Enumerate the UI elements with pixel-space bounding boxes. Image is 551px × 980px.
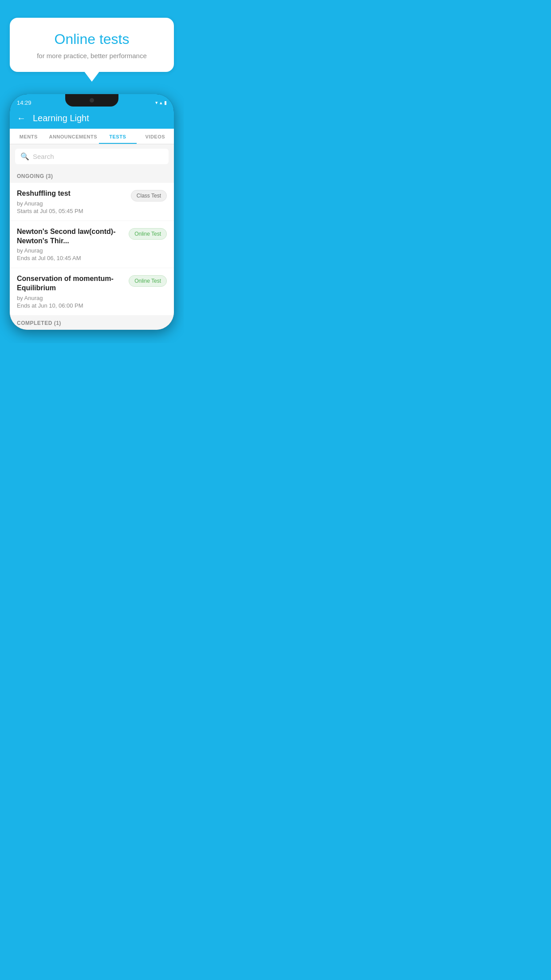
back-button[interactable]: ← bbox=[17, 113, 26, 123]
test-title-conservation: Conservation of momentum-Equilibrium bbox=[17, 274, 124, 293]
test-card-info-newtons: Newton's Second law(contd)-Newton's Thir… bbox=[17, 227, 124, 262]
tab-videos[interactable]: VIDEOS bbox=[137, 129, 174, 144]
completed-section-header: COMPLETED (1) bbox=[10, 316, 174, 330]
speech-bubble-subtitle: for more practice, better performance bbox=[23, 52, 161, 59]
test-title-newtons: Newton's Second law(contd)-Newton's Thir… bbox=[17, 227, 124, 246]
speech-bubble-title: Online tests bbox=[23, 31, 161, 47]
search-input-wrapper[interactable]: 🔍 Search bbox=[15, 149, 169, 164]
wifi-icon: ▾ bbox=[155, 100, 158, 106]
test-date-newtons: Ends at Jul 06, 10:45 AM bbox=[17, 255, 124, 261]
tab-announcements[interactable]: ANNOUNCEMENTS bbox=[47, 129, 99, 144]
test-card-info: Reshuffling test by Anurag Starts at Jul… bbox=[17, 189, 126, 214]
tab-ments[interactable]: MENTS bbox=[10, 129, 47, 144]
test-card-newtons[interactable]: Newton's Second law(contd)-Newton's Thir… bbox=[10, 221, 174, 268]
test-card-reshuffling[interactable]: Reshuffling test by Anurag Starts at Jul… bbox=[10, 183, 174, 221]
test-date-reshuffling: Starts at Jul 05, 05:45 PM bbox=[17, 208, 126, 214]
tabs-bar: MENTS ANNOUNCEMENTS TESTS VIDEOS bbox=[10, 129, 174, 144]
search-container: 🔍 Search bbox=[10, 144, 174, 169]
status-bar-time: 14:29 bbox=[17, 99, 31, 106]
speech-bubble: Online tests for more practice, better p… bbox=[10, 18, 174, 72]
camera-icon bbox=[90, 98, 94, 103]
test-author-newtons: by Anurag bbox=[17, 247, 124, 254]
status-icons: ▾ ▴ ▮ bbox=[155, 99, 167, 106]
test-date-conservation: Ends at Jun 10, 06:00 PM bbox=[17, 302, 124, 309]
notch bbox=[65, 94, 118, 107]
ongoing-section-header: ONGOING (3) bbox=[10, 169, 174, 183]
phone-frame: 14:29 ▾ ▴ ▮ ← Learning Light MENTS ANNOU… bbox=[10, 94, 174, 330]
status-bar: 14:29 ▾ ▴ ▮ bbox=[10, 94, 174, 109]
tab-tests[interactable]: TESTS bbox=[99, 129, 136, 144]
search-input[interactable]: Search bbox=[33, 153, 54, 160]
test-badge-conservation: Online Test bbox=[129, 275, 167, 287]
app-header: ← Learning Light bbox=[10, 109, 174, 129]
test-card-conservation[interactable]: Conservation of momentum-Equilibrium by … bbox=[10, 268, 174, 315]
content-area: ONGOING (3) Reshuffling test by Anurag S… bbox=[10, 169, 174, 330]
test-title-reshuffling: Reshuffling test bbox=[17, 189, 126, 198]
test-author-reshuffling: by Anurag bbox=[17, 200, 126, 207]
test-card-info-conservation: Conservation of momentum-Equilibrium by … bbox=[17, 274, 124, 309]
test-badge-reshuffling: Class Test bbox=[131, 190, 167, 202]
phone-wrapper: 14:29 ▾ ▴ ▮ ← Learning Light MENTS ANNOU… bbox=[10, 94, 174, 330]
signal-icon: ▴ bbox=[160, 100, 162, 106]
test-badge-newtons: Online Test bbox=[129, 228, 167, 240]
battery-icon: ▮ bbox=[164, 100, 167, 106]
app-title: Learning Light bbox=[33, 113, 89, 123]
test-author-conservation: by Anurag bbox=[17, 295, 124, 301]
search-icon: 🔍 bbox=[20, 152, 29, 161]
